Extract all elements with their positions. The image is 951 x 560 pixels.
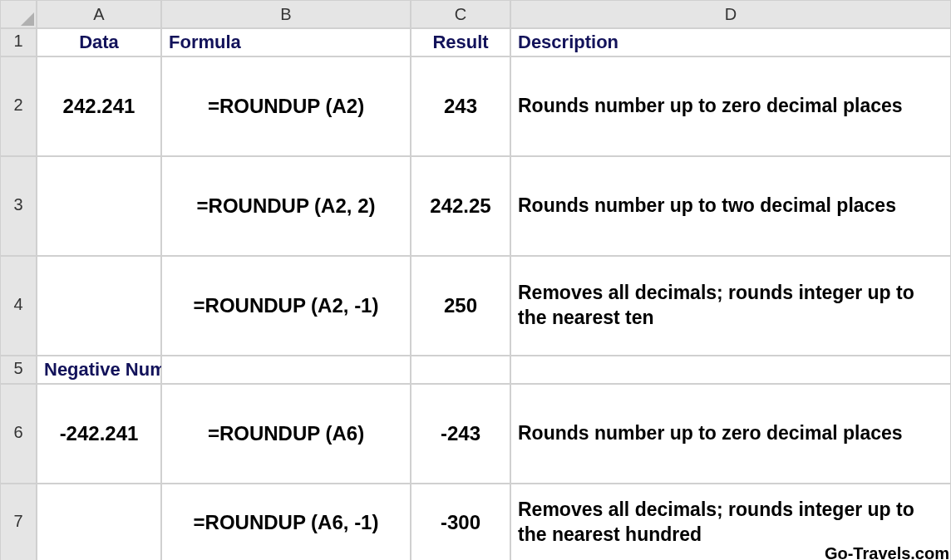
cell-D3[interactable]: Rounds number up to two decimal places <box>510 156 951 256</box>
row-header-7[interactable]: 7 <box>0 484 37 560</box>
cell-B1[interactable]: Formula <box>161 28 411 56</box>
row-header-4[interactable]: 4 <box>0 256 37 356</box>
cell-C5[interactable] <box>411 356 510 384</box>
cell-C6[interactable]: -243 <box>411 384 510 484</box>
cell-A5[interactable]: Negative Numbers <box>37 356 161 384</box>
cell-D1[interactable]: Description <box>510 28 951 56</box>
watermark-text: Go-Travels.com <box>825 544 949 560</box>
row-header-6[interactable]: 6 <box>0 384 37 484</box>
cell-B3[interactable]: =ROUNDUP (A2, 2) <box>161 156 411 256</box>
cell-B2[interactable]: =ROUNDUP (A2) <box>161 56 411 156</box>
cell-D5[interactable] <box>510 356 951 384</box>
col-header-A[interactable]: A <box>37 0 161 28</box>
row-header-3[interactable]: 3 <box>0 156 37 256</box>
row-header-2[interactable]: 2 <box>0 56 37 156</box>
cell-A2[interactable]: 242.241 <box>37 56 161 156</box>
cell-A6[interactable]: -242.241 <box>37 384 161 484</box>
cell-B6[interactable]: =ROUNDUP (A6) <box>161 384 411 484</box>
spreadsheet-grid[interactable]: A B C D 1 Data Formula Result Descriptio… <box>0 0 951 560</box>
cell-A7[interactable] <box>37 484 161 560</box>
cell-A1[interactable]: Data <box>37 28 161 56</box>
cell-D4[interactable]: Removes all decimals; rounds integer up … <box>510 256 951 356</box>
cell-A4[interactable] <box>37 256 161 356</box>
col-header-B[interactable]: B <box>161 0 411 28</box>
cell-D2[interactable]: Rounds number up to zero decimal places <box>510 56 951 156</box>
cell-C1[interactable]: Result <box>411 28 510 56</box>
cell-C3[interactable]: 242.25 <box>411 156 510 256</box>
row-header-1[interactable]: 1 <box>0 28 37 56</box>
cell-B5[interactable] <box>161 356 411 384</box>
cell-A3[interactable] <box>37 156 161 256</box>
col-header-D[interactable]: D <box>510 0 951 28</box>
cell-C4[interactable]: 250 <box>411 256 510 356</box>
cell-D6[interactable]: Rounds number up to zero decimal places <box>510 384 951 484</box>
cell-B4[interactable]: =ROUNDUP (A2, -1) <box>161 256 411 356</box>
cell-C7[interactable]: -300 <box>411 484 510 560</box>
cell-B7[interactable]: =ROUNDUP (A6, -1) <box>161 484 411 560</box>
cell-C2[interactable]: 243 <box>411 56 510 156</box>
row-header-5[interactable]: 5 <box>0 356 37 384</box>
svg-marker-0 <box>21 12 34 26</box>
col-header-C[interactable]: C <box>411 0 510 28</box>
select-all-corner[interactable] <box>0 0 37 28</box>
